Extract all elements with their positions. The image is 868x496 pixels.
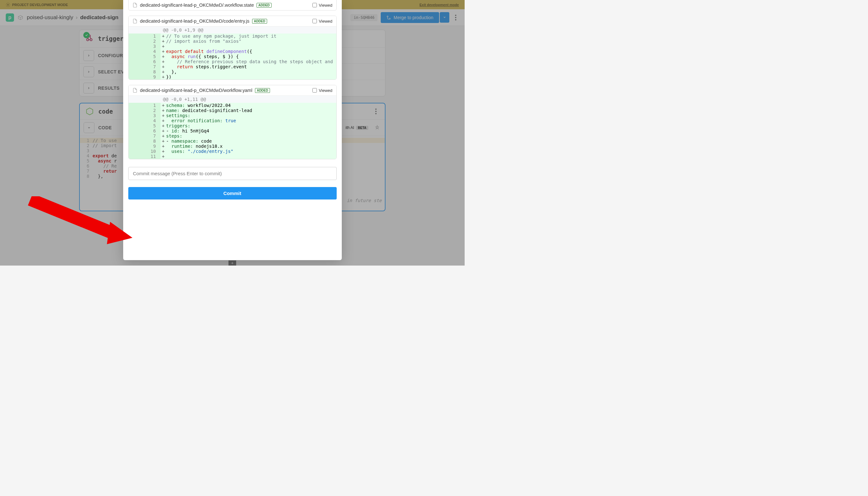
- diff-line: 9+}): [129, 74, 336, 79]
- diff-file-block: dedicated-significant-lead-p_OKCMdwD/cod…: [128, 16, 337, 80]
- diff-line: 3+settings:: [129, 113, 336, 118]
- diff-line: 1+// To use any npm package, just import…: [129, 33, 336, 38]
- file-icon: [132, 18, 138, 24]
- diff-line: 7+steps:: [129, 134, 336, 139]
- added-badge: ADDED: [256, 3, 272, 7]
- file-icon: [132, 88, 138, 93]
- commit-button[interactable]: Commit: [128, 187, 337, 200]
- diff-file-path: dedicated-significant-lead-p_OKCMdwD/wor…: [140, 88, 252, 93]
- commit-modal: dedicated-significant-lead-p_OKCMdwD/.wo…: [123, 0, 342, 260]
- modal-overlay[interactable]: dedicated-significant-lead-p_OKCMdwD/.wo…: [0, 0, 464, 266]
- diff-line: 4+ error_notification: true: [129, 118, 336, 123]
- diff-line: 8+- namespace: code: [129, 139, 336, 144]
- diff-line: 6+ // Reference previous step data using…: [129, 59, 336, 64]
- diff-line: 3+: [129, 44, 336, 49]
- diff-file-block: dedicated-significant-lead-p_OKCMdwD/.wo…: [128, 0, 337, 11]
- viewed-checkbox[interactable]: Viewed: [312, 3, 332, 7]
- diff-file-path: dedicated-significant-lead-p_OKCMdwD/.wo…: [140, 2, 254, 7]
- diff-line: 1+schema: workflow/2022.04: [129, 103, 336, 108]
- diff-line: 10+ uses: "./code/entry.js": [129, 149, 336, 154]
- hunk-header: @@ -0,0 +1,9 @@: [129, 26, 336, 33]
- diff-line: 8+ },: [129, 69, 336, 74]
- added-badge: ADDED: [252, 19, 267, 24]
- added-badge: ADDED: [255, 88, 270, 93]
- diff-file-header: dedicated-significant-lead-p_OKCMdwD/cod…: [129, 16, 336, 26]
- diff-file-header: dedicated-significant-lead-p_OKCMdwD/wor…: [129, 85, 336, 95]
- commit-area: Commit: [123, 162, 342, 205]
- diff-line: 2+// import axios from "axios": [129, 38, 336, 44]
- commit-message-input[interactable]: [128, 167, 337, 180]
- diff-file-header: dedicated-significant-lead-p_OKCMdwD/.wo…: [129, 0, 336, 10]
- diff-file-block: dedicated-significant-lead-p_OKCMdwD/wor…: [128, 85, 337, 159]
- diff-file-path: dedicated-significant-lead-p_OKCMdwD/cod…: [140, 18, 250, 24]
- diff-line: 5+ async run({ steps, $ }) {: [129, 54, 336, 59]
- viewed-checkbox[interactable]: Viewed: [312, 19, 332, 24]
- file-icon: [132, 2, 138, 7]
- diff-line: 11+: [129, 154, 336, 159]
- diff-line: 4+export default defineComponent({: [129, 49, 336, 54]
- diff-line: 5+triggers:: [129, 123, 336, 128]
- diff-line: 6+- id: hi_5nHjGq4: [129, 128, 336, 134]
- hunk-header: @@ -0,0 +1,11 @@: [129, 95, 336, 103]
- diff-line: 2+name: dedicated-significant-lead: [129, 108, 336, 113]
- diff-line: 9+ runtime: nodejs18.x: [129, 144, 336, 149]
- viewed-checkbox[interactable]: Viewed: [312, 88, 332, 93]
- diff-line: 7+ return steps.trigger.event: [129, 64, 336, 69]
